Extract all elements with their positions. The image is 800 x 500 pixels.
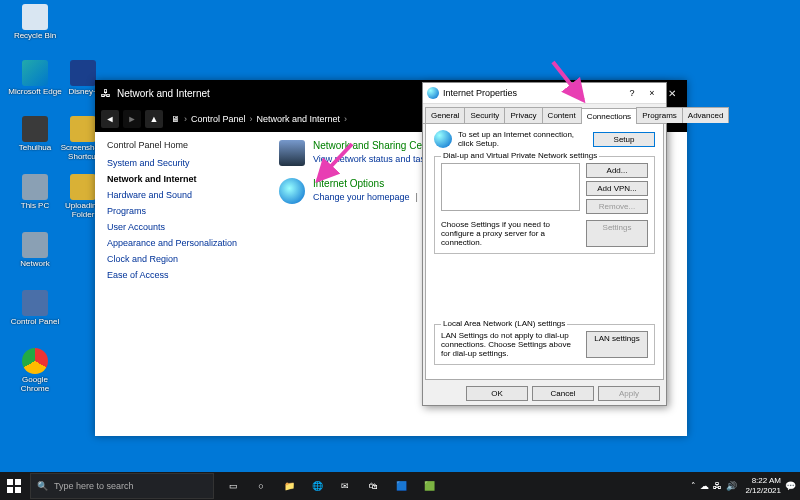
- desktop-icon-this-pc[interactable]: This PC: [8, 174, 62, 210]
- taskbar: 🔍Type here to search ▭ ○ 📁 🌐 ✉ 🛍 🟦 🟩 ˄ ☁…: [0, 472, 800, 500]
- start-button[interactable]: [0, 472, 28, 500]
- svg-rect-2: [7, 487, 13, 493]
- tray-network-icon[interactable]: 🖧: [713, 481, 722, 491]
- notifications-button[interactable]: 💬: [785, 481, 796, 491]
- bin-icon: [22, 4, 48, 30]
- disney-icon: [70, 60, 96, 86]
- sidebar-item-clock[interactable]: Clock and Region: [107, 254, 257, 264]
- breadcrumb-item[interactable]: Network and Internet: [257, 114, 341, 124]
- control-panel-icon: [22, 290, 48, 316]
- tray-chevron-icon[interactable]: ˄: [691, 481, 696, 491]
- group-title-lan: Local Area Network (LAN) settings: [441, 319, 567, 328]
- internet-properties-dialog: Internet Properties ? × General Security…: [422, 82, 667, 406]
- sidebar-item-system[interactable]: System and Security: [107, 158, 257, 168]
- breadcrumb[interactable]: 🖥 › Control Panel › Network and Internet…: [171, 114, 347, 124]
- link-view-status[interactable]: View network status and tasks: [313, 154, 434, 164]
- up-button[interactable]: ▲: [145, 110, 163, 128]
- app-icon: [22, 116, 48, 142]
- sidebar-item-ease[interactable]: Ease of Access: [107, 270, 257, 280]
- sidebar-item-programs[interactable]: Programs: [107, 206, 257, 216]
- close-button[interactable]: ×: [642, 88, 662, 98]
- tab-strip: General Security Privacy Content Connect…: [423, 104, 666, 124]
- window-title: Network and Internet: [117, 88, 210, 99]
- pc-icon: [22, 174, 48, 200]
- folder-icon: [70, 116, 96, 142]
- sidebar-item-hardware[interactable]: Hardware and Sound: [107, 190, 257, 200]
- clock[interactable]: 8:22 AM 2/12/2021: [745, 476, 781, 496]
- desktop-icon-recycle-bin[interactable]: Recycle Bin: [8, 4, 62, 40]
- dialog-icon: [427, 87, 439, 99]
- taskbar-store[interactable]: 🛍: [360, 473, 386, 499]
- clock-time: 8:22 AM: [745, 476, 781, 486]
- sidebar-item-users[interactable]: User Accounts: [107, 222, 257, 232]
- tray-volume-icon[interactable]: 🔊: [726, 481, 737, 491]
- internet-options-icon: [279, 178, 305, 204]
- folder-icon: [70, 174, 96, 200]
- globe-icon: [434, 130, 452, 148]
- add-vpn-button[interactable]: Add VPN...: [586, 181, 648, 196]
- search-icon: 🔍: [37, 481, 48, 491]
- connections-listbox[interactable]: [441, 163, 580, 211]
- svg-rect-3: [15, 487, 21, 493]
- svg-rect-0: [7, 479, 13, 485]
- tab-general[interactable]: General: [425, 107, 465, 123]
- cancel-button[interactable]: Cancel: [532, 386, 594, 401]
- sidebar: Control Panel Home System and Security N…: [95, 132, 269, 436]
- apply-button[interactable]: Apply: [598, 386, 660, 401]
- dialog-button-bar: OK Cancel Apply: [423, 382, 666, 405]
- search-placeholder: Type here to search: [54, 481, 134, 491]
- desktop-icon-network[interactable]: Network: [8, 232, 62, 268]
- help-button[interactable]: ?: [622, 88, 642, 98]
- desktop-icon-app[interactable]: Tehuihua: [8, 116, 62, 152]
- clock-date: 2/12/2021: [745, 486, 781, 496]
- search-box[interactable]: 🔍Type here to search: [30, 473, 214, 499]
- dialup-note: Choose Settings if you need to configure…: [441, 220, 580, 247]
- system-icon: 🖧: [101, 88, 111, 99]
- link-homepage[interactable]: Change your homepage: [313, 192, 410, 202]
- sharing-icon: [279, 140, 305, 166]
- desktop-icon-edge[interactable]: Microsoft Edge: [8, 60, 62, 96]
- group-lan: Local Area Network (LAN) settings LAN Se…: [434, 324, 655, 365]
- back-button[interactable]: ◄: [101, 110, 119, 128]
- forward-button[interactable]: ►: [123, 110, 141, 128]
- chrome-icon: [22, 348, 48, 374]
- tray-onedrive-icon[interactable]: ☁: [700, 481, 709, 491]
- tab-advanced[interactable]: Advanced: [682, 107, 730, 123]
- taskbar-app[interactable]: 🟩: [416, 473, 442, 499]
- tab-programs[interactable]: Programs: [636, 107, 683, 123]
- lan-settings-button[interactable]: LAN settings: [586, 331, 648, 358]
- group-title-dialup: Dial-up and Virtual Private Network sett…: [441, 151, 599, 160]
- taskbar-mail[interactable]: ✉: [332, 473, 358, 499]
- ok-button[interactable]: OK: [466, 386, 528, 401]
- sidebar-item-appearance[interactable]: Appearance and Personalization: [107, 238, 257, 248]
- remove-button[interactable]: Remove...: [586, 199, 648, 214]
- lan-note: LAN Settings do not apply to dial-up con…: [441, 331, 580, 358]
- cortana-button[interactable]: ○: [248, 473, 274, 499]
- setup-text: To set up an Internet connection, click …: [458, 130, 587, 148]
- desktop-icon-chrome[interactable]: Google Chrome: [8, 348, 62, 393]
- taskbar-app[interactable]: 🟦: [388, 473, 414, 499]
- tab-content[interactable]: Content: [542, 107, 582, 123]
- edge-icon: [22, 60, 48, 86]
- taskbar-explorer[interactable]: 📁: [276, 473, 302, 499]
- sidebar-item-network[interactable]: Network and Internet: [107, 174, 257, 184]
- taskbar-edge[interactable]: 🌐: [304, 473, 330, 499]
- dialog-title: Internet Properties: [443, 88, 622, 98]
- tab-connections[interactable]: Connections: [581, 108, 637, 124]
- sidebar-home[interactable]: Control Panel Home: [107, 140, 257, 150]
- task-view-button[interactable]: ▭: [220, 473, 246, 499]
- group-dialup: Dial-up and Virtual Private Network sett…: [434, 156, 655, 254]
- setup-button[interactable]: Setup: [593, 132, 655, 147]
- tab-privacy[interactable]: Privacy: [504, 107, 542, 123]
- dialog-titlebar: Internet Properties ? ×: [423, 83, 666, 104]
- tab-security[interactable]: Security: [464, 107, 505, 123]
- network-icon: [22, 232, 48, 258]
- settings-button[interactable]: Settings: [586, 220, 648, 247]
- dialog-content: To set up an Internet connection, click …: [425, 124, 664, 380]
- breadcrumb-icon: 🖥: [171, 114, 180, 124]
- desktop-icon-control-panel[interactable]: Control Panel: [8, 290, 62, 326]
- svg-rect-1: [15, 479, 21, 485]
- add-button[interactable]: Add...: [586, 163, 648, 178]
- system-tray: ˄ ☁ 🖧 🔊 8:22 AM 2/12/2021 💬: [691, 476, 800, 496]
- breadcrumb-item[interactable]: Control Panel: [191, 114, 246, 124]
